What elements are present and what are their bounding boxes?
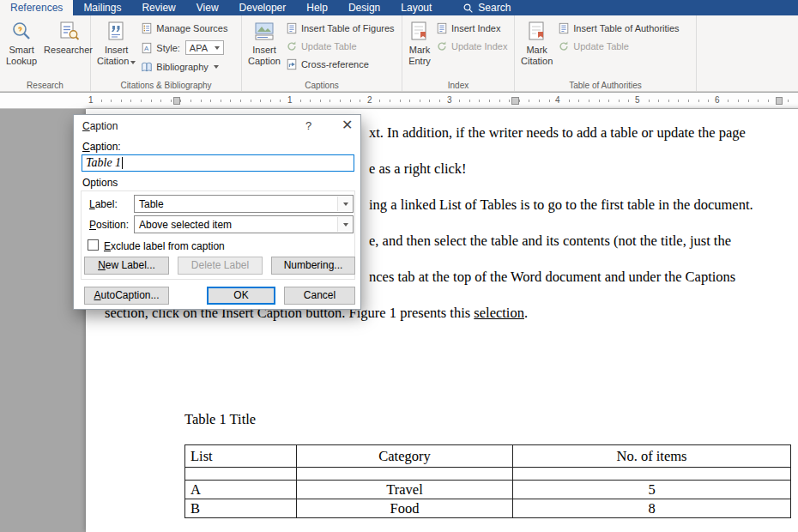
document-text-line: nces tab at the top of the Word document… [369,269,735,286]
caption-dialog: Caption ? ✕ Caption: Table 1 Options Lab… [73,114,361,310]
researcher-button[interactable]: Researcher [40,17,96,58]
insert-index-button[interactable]: Insert Index [434,21,509,35]
group-research: Smart Lookup Researcher Research [0,15,91,91]
cross-reference-icon [286,58,298,70]
help-icon[interactable]: ? [305,119,311,132]
table-header-cell[interactable]: No. of items [513,445,791,468]
table-cell[interactable]: Travel [297,481,513,499]
indent-marker-left[interactable] [173,97,180,105]
delete-label-button: Delete Label [178,257,263,275]
group-captions: Insert Caption Insert Table of Figures U… [242,15,402,91]
label-field-label: Label: [89,198,118,210]
mark-entry-button[interactable]: Mark Entry [405,17,434,70]
position-field-label: Position: [89,219,129,231]
mark-citation-button[interactable]: Mark Citation [517,17,556,70]
insert-citation-button[interactable]: Insert Citation [94,17,139,70]
position-dropdown[interactable]: Above selected item [134,215,354,233]
table-cell[interactable]: B [185,499,297,518]
chevron-down-icon [130,61,136,64]
tab-review[interactable]: Review [131,0,185,15]
ok-button[interactable]: OK [207,287,275,305]
bibliography-icon [141,61,153,73]
table-cell[interactable]: Food [297,499,513,518]
ribbon-empty-space [697,15,798,91]
insert-citation-icon [106,20,128,42]
search-icon [462,3,474,14]
insert-caption-button[interactable]: Insert Caption [245,17,284,70]
table-header-cell[interactable]: Category [297,445,513,468]
table-row: B Food 8 [185,499,791,518]
update-index-button: Update Index [434,39,509,53]
text-cursor [122,157,123,169]
table-header-row: List Category No. of items [185,445,791,468]
ruler-section-marker[interactable] [511,97,519,105]
smart-lookup-icon [10,20,33,42]
search-label: Search [478,2,511,14]
exclude-label-checkbox[interactable] [88,239,99,251]
style-dropdown[interactable]: APA [185,40,224,55]
table-cell[interactable]: 8 [513,499,791,518]
group-label-captions: Captions [242,81,402,90]
table-cell[interactable] [513,468,791,481]
word-window: References Mailings Review View Develope… [0,0,798,532]
label-dropdown-value: Table [139,198,164,210]
table-header-cell[interactable]: List [185,445,297,468]
cross-reference-button[interactable]: Cross-reference [284,57,396,71]
group-index: Mark Entry Insert Index Update Index Ind… [402,15,515,91]
insert-table-of-figures-button[interactable]: Insert Table of Figures [284,21,396,35]
update-index-icon [436,40,448,52]
table-row: A Travel 5 [185,481,791,499]
document-text-line: e as a right click! [369,160,467,178]
table-of-authorities-icon [558,22,570,34]
style-icon [141,42,153,54]
tab-references[interactable]: References [0,0,73,15]
close-icon[interactable]: ✕ [342,117,353,133]
ribbon: Smart Lookup Researcher Research Insert … [0,15,798,92]
table-cell[interactable] [297,468,513,481]
smart-lookup-button[interactable]: Smart Lookup [3,17,40,70]
insert-index-icon [436,22,448,34]
tab-help[interactable]: Help [296,0,338,15]
document-text-line: xt. In addition, if the writer needs to … [369,124,746,142]
tab-design[interactable]: Design [338,0,390,15]
indent-marker-right[interactable] [776,97,783,105]
group-citations-bibliography: Insert Citation Manage Sources Style: AP… [91,15,242,91]
table-of-figures-icon [286,22,298,34]
manage-sources-button[interactable]: Manage Sources [139,21,229,35]
chevron-down-icon[interactable] [337,217,352,232]
tab-mailings[interactable]: Mailings [73,0,131,15]
document-text-line: ing a linked List of Tables is to go to … [369,196,753,214]
update-table-button: Update Table [284,39,396,53]
table-cell[interactable]: A [185,481,297,499]
tab-layout[interactable]: Layout [390,0,442,15]
caption-input[interactable]: Table 1 [82,154,354,172]
ribbon-tab-bar: References Mailings Review View Develope… [0,0,798,15]
underlined-word: selection [474,305,524,321]
new-label-button[interactable]: New Label... [84,257,169,275]
update-table-icon [558,40,570,52]
label-dropdown[interactable]: Table [134,195,354,213]
group-label-research: Research [0,81,90,90]
chevron-down-icon[interactable] [337,196,352,211]
autocaption-button[interactable]: AutoCaption... [84,287,169,305]
bibliography-button[interactable]: Bibliography [139,60,229,74]
table-row [185,468,791,481]
position-dropdown-value: Above selected item [139,219,232,231]
mark-citation-icon [526,20,548,42]
insert-table-of-authorities-button[interactable]: Insert Table of Authorities [556,21,680,35]
caption-input-value: Table 1 [86,156,121,170]
ribbon-search[interactable]: Search [462,0,511,15]
tab-view[interactable]: View [186,0,229,15]
update-table-authorities-button: Update Table [556,39,680,53]
tab-developer[interactable]: Developer [229,0,297,15]
style-row: Style: APA [139,39,229,56]
chevron-down-icon [215,46,220,50]
table-cell[interactable]: 5 [513,481,791,499]
document-table[interactable]: List Category No. of items A Travel 5 B … [184,444,791,518]
cancel-button[interactable]: Cancel [284,287,355,305]
numbering-button[interactable]: Numbering... [271,257,355,275]
table-cell[interactable] [185,468,297,481]
table-title: Table 1 Title [184,411,256,428]
document-text-line: e, and then select the table and its con… [369,233,731,250]
group-table-of-authorities: Mark Citation Insert Table of Authoritie… [515,15,697,91]
